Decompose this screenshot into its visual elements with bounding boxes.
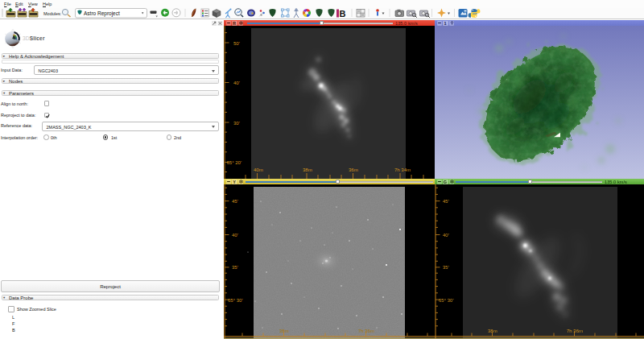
svg-text:50': 50' (233, 41, 240, 46)
svg-text:40m: 40m (254, 167, 263, 172)
svg-text:35': 35' (443, 265, 449, 270)
svg-text:65° 30': 65° 30' (228, 298, 243, 303)
svg-text:65° 30': 65° 30' (439, 298, 454, 303)
svg-text:35': 35' (232, 265, 238, 270)
svg-text:38m: 38m (303, 167, 312, 172)
svg-text:7h 34m: 7h 34m (394, 167, 411, 172)
svg-text:B: B (340, 9, 346, 19)
svg-text:38m: 38m (279, 329, 289, 333)
svg-text:Modules:: Modules: (43, 11, 62, 16)
svg-text:7h 36m: 7h 36m (358, 329, 374, 333)
svg-text:40': 40' (233, 81, 240, 85)
svg-text:65° 20': 65° 20' (227, 160, 242, 165)
svg-text:40': 40' (232, 233, 238, 238)
svg-text:45': 45' (232, 199, 238, 204)
svg-text:40': 40' (443, 233, 449, 238)
svg-text:45': 45' (443, 199, 449, 204)
svg-text:38m: 38m (488, 329, 497, 333)
svg-text:36m: 36m (349, 167, 358, 172)
svg-text:7h 36m: 7h 36m (567, 329, 583, 333)
svg-text:30': 30' (233, 121, 240, 126)
svg-text:Astro Reproject: Astro Reproject (84, 10, 120, 17)
